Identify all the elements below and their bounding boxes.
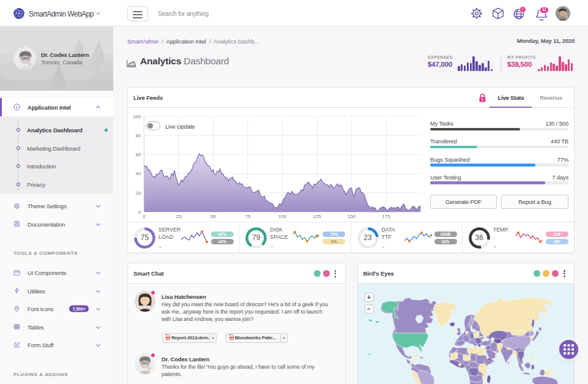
svg-text:25: 25 xyxy=(176,214,181,219)
svg-text:40: 40 xyxy=(135,171,141,176)
svg-text:20: 20 xyxy=(135,190,141,196)
svg-text:150: 150 xyxy=(348,214,356,219)
svg-text:75: 75 xyxy=(245,214,250,219)
svg-text:0: 0 xyxy=(138,209,141,215)
svg-text:0: 0 xyxy=(143,214,146,219)
svg-text:80: 80 xyxy=(135,133,141,138)
svg-text:100: 100 xyxy=(133,114,141,119)
svg-text:60: 60 xyxy=(135,152,141,157)
svg-text:125: 125 xyxy=(313,214,321,219)
svg-text:50: 50 xyxy=(210,214,216,219)
svg-text:175: 175 xyxy=(382,214,390,219)
svg-text:100: 100 xyxy=(278,214,287,219)
